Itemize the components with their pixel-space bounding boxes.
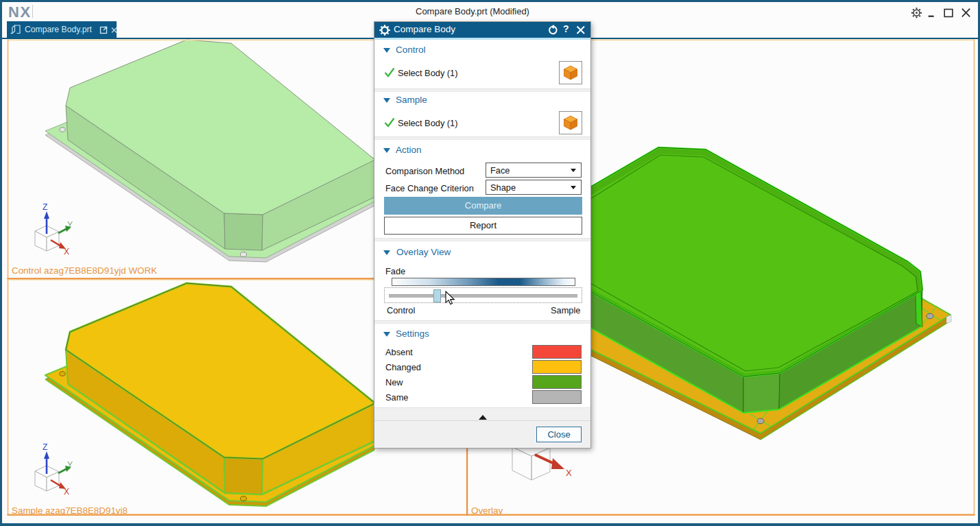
svg-text:Y: Y: [67, 460, 73, 470]
svg-text:Z: Z: [43, 202, 47, 212]
svg-text:X: X: [64, 247, 69, 256]
svg-text:Z: Z: [43, 442, 47, 452]
svg-text:Y: Y: [67, 220, 73, 230]
svg-text:Control azag7EB8E8D91yjd WORK: Control azag7EB8E8D91yjd WORK: [12, 265, 157, 276]
svg-text:X: X: [566, 468, 572, 478]
svg-text:X: X: [64, 487, 69, 497]
